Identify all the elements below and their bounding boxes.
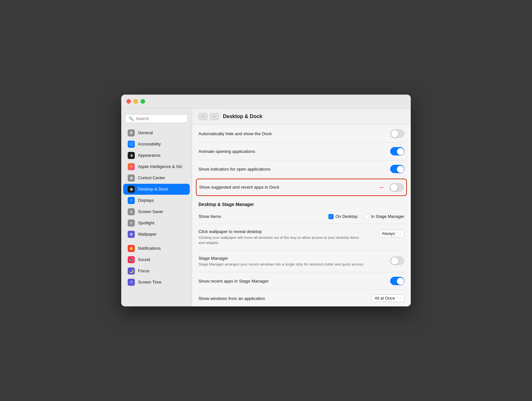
appearance-icon: ◑	[128, 152, 135, 159]
desktop-stage-section-header: Desktop & Stage Manager	[198, 197, 404, 210]
close-button[interactable]	[126, 99, 131, 104]
sidebar: 🔍 ⚙ General ⓘ Accessibility ◑ Appearance…	[121, 108, 192, 306]
stage-manager-toggle-thumb	[391, 257, 398, 265]
in-stage-manager-checkbox[interactable]	[364, 214, 369, 219]
auto-hide-label: Automatically hide and show the Dock	[198, 131, 272, 136]
show-windows-dropdown-arrow: ⌃⌄	[396, 296, 401, 300]
animate-toggle-thumb	[397, 148, 404, 155]
spotlight-icon: ◎	[128, 219, 135, 227]
sidebar-item-desktop[interactable]: ▣ Desktop & Dock	[123, 184, 190, 195]
general-icon: ⚙	[128, 129, 135, 136]
stage-manager-sublabel: Stage Manager arranges your recent windo…	[198, 262, 366, 267]
on-desktop-label: On Desktop	[335, 214, 358, 219]
stage-manager-label-group: Stage Manager Stage Manager arranges you…	[198, 256, 390, 267]
sidebar-item-appearance[interactable]: ◑ Appearance	[123, 150, 190, 161]
auto-hide-toggle-thumb	[391, 130, 398, 137]
stage-manager-toggle[interactable]	[390, 256, 404, 265]
screensaver-icon: ◈	[128, 208, 135, 215]
sidebar-label-notifications: Notifications	[138, 246, 161, 251]
wallpaper-value: Always	[382, 231, 395, 236]
on-desktop-checkbox[interactable]: ✓	[328, 214, 334, 219]
auto-hide-toggle[interactable]	[390, 129, 404, 138]
back-icon: ‹	[202, 114, 204, 119]
animate-row: Animate opening applications	[198, 143, 404, 160]
suggested-toggle[interactable]	[390, 183, 404, 191]
wallpaper-dropdown[interactable]: Always ⌃⌄	[379, 230, 404, 237]
sidebar-label-sound: Sound	[138, 257, 150, 262]
minimize-button[interactable]	[133, 99, 138, 104]
recent-apps-stage-row: Show recent apps in Stage Manager	[198, 272, 404, 290]
sidebar-item-notifications[interactable]: 🔔 Notifications	[123, 243, 190, 254]
sidebar-item-screensaver[interactable]: ◈ Screen Saver	[123, 206, 190, 217]
sidebar-item-control[interactable]: ▦ Control Center	[123, 173, 190, 183]
wallpaper-label: Click wallpaper to reveal desktop	[198, 229, 379, 234]
wallpaper-icon: ✿	[128, 231, 135, 238]
recent-apps-stage-toggle[interactable]	[390, 277, 404, 285]
in-stage-manager-checkbox-item[interactable]: In Stage Manager	[364, 214, 404, 219]
notifications-icon: 🔔	[128, 245, 135, 252]
sidebar-item-displays[interactable]: ◻ Displays	[123, 195, 190, 206]
forward-button[interactable]: ›	[210, 113, 219, 120]
sidebar-item-screentime[interactable]: ⏱ Screen Time	[123, 277, 190, 288]
indicators-toggle[interactable]	[390, 165, 404, 173]
suggested-toggle-thumb	[390, 184, 398, 191]
wallpaper-dropdown-arrow: ⌃⌄	[396, 232, 401, 235]
siri-icon: ✦	[128, 163, 135, 170]
page-title: Desktop & Dock	[223, 114, 262, 119]
search-icon: 🔍	[129, 116, 134, 121]
recent-apps-stage-label: Show recent apps in Stage Manager	[198, 279, 269, 284]
forward-icon: ›	[214, 114, 215, 119]
sidebar-label-desktop: Desktop & Dock	[138, 187, 168, 191]
search-box[interactable]: 🔍	[125, 114, 188, 123]
wallpaper-sublabel: Clicking your wallpaper will move all wi…	[198, 235, 366, 245]
arrow-toggle-group: →	[378, 183, 404, 191]
titlebar	[121, 95, 411, 108]
maximize-button[interactable]	[141, 99, 145, 104]
sound-icon: 🔊	[128, 256, 135, 263]
sidebar-label-control: Control Center	[138, 175, 165, 180]
suggested-inner: Show suggested and recent apps in Dock →	[199, 183, 404, 191]
show-windows-dropdown[interactable]: All at Once ⌃⌄	[371, 294, 404, 302]
recent-apps-stage-label-group: Show recent apps in Stage Manager	[198, 278, 390, 284]
show-windows-row: Show windows from an application All at …	[198, 290, 404, 306]
control-icon: ▦	[128, 174, 135, 182]
sidebar-item-wallpaper[interactable]: ✿ Wallpaper	[123, 229, 190, 240]
indicators-label-group: Show indicators for open applications	[198, 166, 390, 172]
stage-manager-row: Stage Manager Stage Manager arranges you…	[198, 251, 404, 272]
show-items-row: Show Items ✓ On Desktop In Stage Manager	[198, 210, 404, 224]
sidebar-item-general[interactable]: ⚙ General	[123, 127, 190, 138]
stage-manager-label: Stage Manager	[198, 256, 390, 261]
show-items-controls: ✓ On Desktop In Stage Manager	[328, 214, 404, 219]
recent-apps-stage-toggle-thumb	[397, 278, 404, 285]
auto-hide-row: Automatically hide and show the Dock	[198, 125, 404, 143]
sidebar-item-siri[interactable]: ✦ Apple Intelligence & Siri	[123, 161, 190, 172]
wallpaper-row: Click wallpaper to reveal desktop Clicki…	[198, 224, 404, 251]
screentime-icon: ⏱	[128, 279, 135, 286]
animate-label: Animate opening applications	[198, 149, 255, 154]
animate-toggle[interactable]	[390, 147, 404, 155]
main-content: ‹ › Desktop & Dock Automatically hide an…	[192, 108, 411, 306]
sidebar-item-sound[interactable]: 🔊 Sound	[123, 254, 190, 265]
show-windows-value: All at Once	[374, 296, 395, 301]
sidebar-label-accessibility: Accessibility	[138, 142, 161, 146]
displays-icon: ◻	[128, 197, 135, 204]
indicators-label: Show indicators for open applications	[198, 167, 271, 172]
system-preferences-window: 🔍 ⚙ General ⓘ Accessibility ◑ Appearance…	[121, 95, 411, 306]
show-windows-label-group: Show windows from an application	[198, 295, 371, 301]
content-area: 🔍 ⚙ General ⓘ Accessibility ◑ Appearance…	[121, 108, 411, 306]
in-stage-manager-label: In Stage Manager	[371, 214, 404, 219]
sidebar-item-accessibility[interactable]: ⓘ Accessibility	[123, 139, 190, 150]
sidebar-label-displays: Displays	[138, 198, 154, 203]
main-header: ‹ › Desktop & Dock	[192, 108, 411, 125]
on-desktop-checkbox-item[interactable]: ✓ On Desktop	[328, 214, 358, 219]
show-items-label: Show Items	[198, 214, 221, 219]
sidebar-label-screensaver: Screen Saver	[138, 209, 163, 214]
sidebar-label-siri: Apple Intelligence & Siri	[138, 164, 182, 169]
red-arrow-icon: →	[378, 183, 384, 191]
back-button[interactable]: ‹	[198, 113, 207, 120]
sidebar-item-focus[interactable]: 🌙 Focus	[123, 266, 190, 276]
sidebar-item-spotlight[interactable]: ◎ Spotlight	[123, 218, 190, 228]
sidebar-label-spotlight: Spotlight	[138, 220, 154, 225]
sidebar-label-wallpaper: Wallpaper	[138, 232, 157, 237]
search-input[interactable]	[136, 116, 184, 121]
